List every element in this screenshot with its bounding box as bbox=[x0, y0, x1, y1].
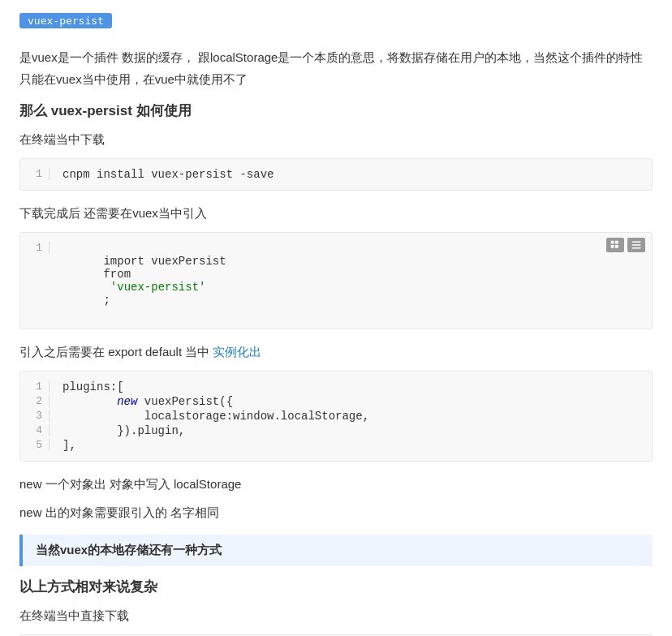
section2-heading: 以上方式相对来说复杂 bbox=[19, 578, 653, 596]
code-line-3-2: 2 new vuexPersist({ bbox=[20, 394, 652, 409]
callout-text: 当然vuex的本地存储还有一种方式 bbox=[36, 543, 222, 556]
from-keyword: from bbox=[103, 268, 131, 281]
svg-rect-5 bbox=[632, 244, 641, 246]
code-line-3-5: 5 ], bbox=[20, 438, 652, 453]
code-text-3-1: plugins:[ bbox=[62, 380, 124, 393]
code-text-import: import vuexPersist from 'vuex-persist' ; bbox=[62, 242, 233, 320]
code-text-3-2: new vuexPersist({ bbox=[62, 395, 233, 408]
code-text-3-5: ], bbox=[62, 439, 76, 452]
code-block-2: 1 import vuexPersist from 'vuex-persist'… bbox=[19, 232, 653, 329]
step2-label: 下载完成后 还需要在vuex当中引入 bbox=[19, 202, 653, 224]
copy-icons-container bbox=[606, 238, 645, 252]
step3-label: 引入之后需要在 export default 当中 实例化出 bbox=[19, 341, 653, 363]
code-block-3: 1 plugins:[ 2 new vuexPersist({ 3 locals… bbox=[19, 371, 653, 462]
copy-icon-grid[interactable] bbox=[606, 238, 624, 252]
code-line-3-1: 1 plugins:[ bbox=[20, 380, 652, 394]
import-keyword: import vuexPersist bbox=[103, 255, 233, 268]
step4-label: 在终端当中直接下载 bbox=[19, 604, 653, 626]
list-icon bbox=[631, 240, 641, 250]
semicolon: ; bbox=[103, 294, 110, 307]
code-line-3-3: 3 localstorage:window.localStorage, bbox=[20, 409, 652, 423]
code-block-1: 1 cnpm install vuex-persist -save bbox=[19, 158, 653, 191]
import-path: 'vuex-persist' bbox=[103, 281, 205, 294]
line-number: 2 bbox=[30, 395, 50, 407]
note2-text: new 出的对象需要跟引入的 名字相同 bbox=[19, 501, 653, 523]
highlight-instantiate: 实例化出 bbox=[213, 345, 261, 359]
line-number: 4 bbox=[30, 424, 50, 436]
code-text-3-3: localstorage:window.localStorage, bbox=[62, 410, 369, 423]
code-line-1: 1 cnpm install vuex-persist -save bbox=[20, 167, 652, 182]
svg-rect-6 bbox=[632, 247, 641, 249]
note1-text: new 一个对象出 对象中写入 localStorage bbox=[19, 473, 653, 495]
line-number: 1 bbox=[30, 168, 50, 180]
grid-icon bbox=[610, 240, 620, 250]
copy-icon-list[interactable] bbox=[627, 238, 645, 252]
line-number: 1 bbox=[30, 242, 50, 254]
step1-label: 在终端当中下载 bbox=[19, 128, 653, 150]
section1-heading: 那么 vuex-persist 如何使用 bbox=[19, 101, 653, 120]
svg-rect-2 bbox=[611, 245, 614, 248]
svg-rect-4 bbox=[632, 242, 641, 243]
vuex-persist-tag: vuex-persist bbox=[19, 13, 112, 28]
code-line-import: 1 import vuexPersist from 'vuex-persist'… bbox=[20, 241, 652, 320]
line-number: 3 bbox=[30, 410, 50, 422]
intro-text: 是vuex是一个插件 数据的缓存， 跟localStorage是一个本质的意思，… bbox=[19, 46, 653, 90]
svg-rect-3 bbox=[615, 245, 618, 248]
code-text-3-4: }).plugin, bbox=[62, 424, 185, 437]
line-number: 5 bbox=[30, 439, 50, 451]
svg-rect-0 bbox=[611, 241, 614, 244]
line-number: 1 bbox=[30, 380, 50, 393]
code-line-3-4: 4 }).plugin, bbox=[20, 423, 652, 438]
callout-block: 当然vuex的本地存储还有一种方式 bbox=[19, 535, 653, 566]
new-keyword: new bbox=[117, 395, 137, 408]
code-text: cnpm install vuex-persist -save bbox=[62, 168, 274, 181]
svg-rect-1 bbox=[615, 241, 618, 244]
